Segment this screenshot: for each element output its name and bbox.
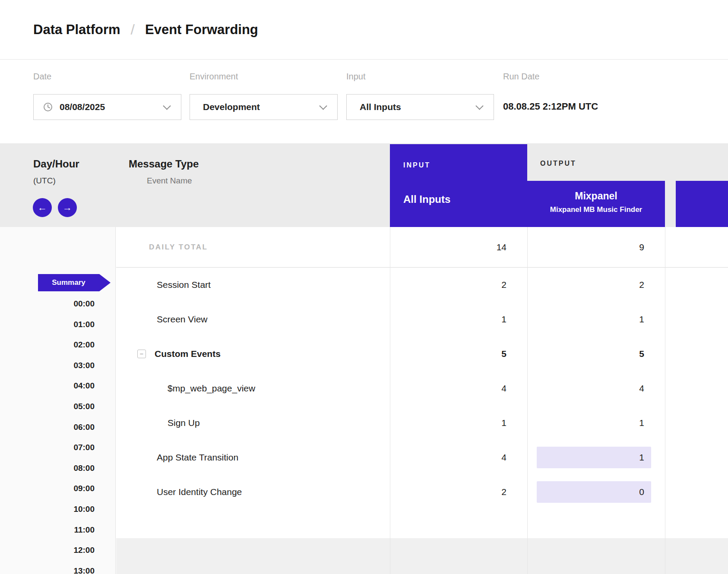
day-hour-title: Day/Hour <box>33 158 79 170</box>
table-row: − Custom Events 5 5 <box>116 337 728 371</box>
output-count-cell: 5 <box>527 337 665 371</box>
arrow-left-icon: ← <box>38 202 47 213</box>
row-label: User Identity Change <box>157 487 242 497</box>
column-divider <box>527 227 528 574</box>
hour-item[interactable]: 08:00 <box>0 458 115 479</box>
daily-total-row: DAILY TOTAL 14 9 <box>116 227 728 268</box>
day-hour-subtitle: (UTC) <box>33 176 56 186</box>
hour-item[interactable]: 09:00 <box>0 478 115 499</box>
environment-value: Development <box>203 95 260 120</box>
environment-dropdown[interactable]: Development <box>190 94 338 120</box>
daily-total-label: DAILY TOTAL <box>149 243 208 252</box>
hour-item[interactable]: 10:00 <box>0 499 115 520</box>
input-dropdown[interactable]: All Inputs <box>346 94 494 120</box>
input-count-cell: 2 <box>390 475 527 509</box>
date-value: 08/08/2025 <box>60 95 105 120</box>
input-count-cell: 1 <box>390 302 527 337</box>
column-divider <box>665 227 665 574</box>
date-dropdown[interactable]: 08/08/2025 <box>33 94 181 120</box>
summary-tab[interactable]: Summary <box>38 274 111 291</box>
next-output-column-partial[interactable] <box>676 181 728 227</box>
hour-item[interactable]: 04:00 <box>0 375 115 396</box>
day-hour-sidebar: Summary 00:00 01:00 02:00 03:00 04:00 05… <box>0 227 116 574</box>
hour-item[interactable]: 13:00 <box>0 561 115 574</box>
date-filter-label: Date <box>33 72 51 82</box>
grid-body: Summary 00:00 01:00 02:00 03:00 04:00 05… <box>0 227 728 574</box>
collapse-icon[interactable]: − <box>137 350 146 358</box>
hour-item[interactable]: 05:00 <box>0 396 115 417</box>
event-name-subtitle: Event Name <box>147 176 192 186</box>
page-title: Event Forwarding <box>145 22 258 38</box>
output-count-cell: 1 <box>527 406 665 440</box>
output-count-cell: 4 <box>527 371 665 406</box>
breadcrumb-separator: / <box>131 21 135 38</box>
input-column-name: All Inputs <box>403 193 450 205</box>
highlighted-count-cell[interactable]: 1 <box>537 447 651 468</box>
daily-total-input-cell: 14 <box>390 227 527 267</box>
input-count-cell: 5 <box>390 337 527 371</box>
hour-item[interactable]: 02:00 <box>0 334 115 355</box>
run-date-label: Run Date <box>503 72 540 82</box>
output-column-header[interactable]: Mixpanel Mixpanel MB Music Finder <box>527 181 665 227</box>
row-label: Sign Up <box>168 418 200 428</box>
grid-header: Day/Hour (UTC) ← → Message Type Event Na… <box>0 143 728 227</box>
input-filter-label: Input <box>346 72 365 82</box>
output-count-cell: 1 <box>527 440 665 475</box>
input-count-cell: 4 <box>390 371 527 406</box>
output-count-cell: 0 <box>527 475 665 509</box>
event-forwarding-page: Data Platform / Event Forwarding Date 08… <box>0 0 728 574</box>
event-rows: Session Start 2 2 Screen View 1 1 − Cust… <box>116 268 728 538</box>
hour-item[interactable]: 01:00 <box>0 314 115 335</box>
environment-filter-label: Environment <box>190 72 238 82</box>
chevron-down-icon <box>475 102 483 110</box>
row-label: Session Start <box>157 280 211 290</box>
hours-list: 00:00 01:00 02:00 03:00 04:00 05:00 06:0… <box>0 293 115 574</box>
table-row: Screen View 1 1 <box>116 302 728 337</box>
chevron-down-icon <box>319 102 327 110</box>
hour-item[interactable]: 11:00 <box>0 520 115 540</box>
input-eyebrow: INPUT <box>403 161 430 169</box>
hour-item[interactable]: 06:00 <box>0 417 115 438</box>
daily-total-output-cell: 9 <box>527 227 665 267</box>
hour-item[interactable]: 00:00 <box>0 293 115 314</box>
hour-item[interactable]: 07:00 <box>0 437 115 458</box>
breadcrumb-section[interactable]: Data Platform <box>33 22 120 38</box>
input-count-cell: 4 <box>390 440 527 475</box>
table-row: Sign Up 1 1 <box>116 406 728 440</box>
empty-grid-area <box>116 538 728 574</box>
output-count-cell: 2 <box>527 268 665 302</box>
input-value: All Inputs <box>360 95 401 120</box>
table-row: App State Transition 4 1 <box>116 440 728 475</box>
chevron-down-icon <box>163 102 171 110</box>
table-row: $mp_web_page_view 4 4 <box>116 371 728 406</box>
clock-icon <box>43 102 53 112</box>
filter-bar: Date 08/08/2025 Environment Development … <box>0 60 728 143</box>
output-column-name: Mixpanel <box>527 190 665 202</box>
output-column-subtitle: Mixpanel MB Music Finder <box>527 205 665 214</box>
input-count-cell: 1 <box>390 406 527 440</box>
row-label: Custom Events <box>155 349 221 359</box>
output-eyebrow: OUTPUT <box>540 160 576 167</box>
next-day-button[interactable]: → <box>58 198 77 217</box>
hour-item[interactable]: 12:00 <box>0 540 115 561</box>
row-label: App State Transition <box>157 452 238 463</box>
column-divider <box>390 227 390 574</box>
output-count-cell: 1 <box>527 302 665 337</box>
hour-item[interactable]: 03:00 <box>0 355 115 376</box>
table-row: Session Start 2 2 <box>116 268 728 302</box>
message-type-title: Message Type <box>129 158 199 170</box>
row-label: Screen View <box>157 314 208 325</box>
row-label: $mp_web_page_view <box>168 383 255 394</box>
input-column-header[interactable]: INPUT All Inputs <box>390 144 527 227</box>
breadcrumb: Data Platform / Event Forwarding <box>0 0 728 60</box>
arrow-right-icon: → <box>63 202 72 213</box>
previous-day-button[interactable]: ← <box>33 198 52 217</box>
run-date-value: 08.08.25 2:12PM UTC <box>503 101 598 112</box>
highlighted-count-cell[interactable]: 0 <box>537 481 651 503</box>
grid-main: DAILY TOTAL 14 9 Session Start 2 2 Scree… <box>116 227 728 574</box>
table-row: User Identity Change 2 0 <box>116 475 728 509</box>
input-count-cell: 2 <box>390 268 527 302</box>
